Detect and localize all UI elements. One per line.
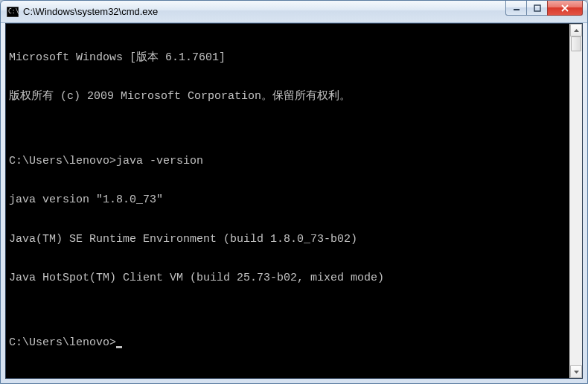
chevron-down-icon bbox=[574, 371, 579, 374]
vertical-scrollbar[interactable] bbox=[569, 24, 582, 378]
window-controls bbox=[506, 1, 586, 22]
svg-rect-3 bbox=[534, 5, 540, 11]
close-button[interactable] bbox=[547, 1, 583, 16]
cursor bbox=[116, 346, 122, 348]
prompt-line: C:\Users\lenovo> bbox=[9, 336, 566, 349]
close-icon bbox=[560, 4, 569, 12]
cmd-icon: C:\ bbox=[7, 7, 19, 17]
console-output[interactable]: Microsoft Windows [版本 6.1.7601] 版权所有 (c)… bbox=[6, 24, 569, 378]
console-line: C:\Users\lenovo>java -version bbox=[9, 155, 566, 167]
scroll-up-button[interactable] bbox=[570, 24, 582, 36]
scroll-thumb[interactable] bbox=[571, 36, 581, 51]
console-line: Java HotSpot(TM) Client VM (build 25.73-… bbox=[9, 272, 566, 284]
maximize-icon bbox=[534, 4, 541, 12]
client-area: Microsoft Windows [版本 6.1.7601] 版权所有 (c)… bbox=[5, 23, 583, 379]
cmd-window: C:\ C:\Windows\system32\cmd.exe bbox=[0, 0, 588, 384]
console-line: java version "1.8.0_73" bbox=[9, 193, 566, 206]
scroll-down-button[interactable] bbox=[570, 365, 582, 378]
console-line: Microsoft Windows [版本 6.1.7601] bbox=[9, 51, 566, 64]
window-title: C:\Windows\system32\cmd.exe bbox=[23, 6, 506, 17]
svg-rect-2 bbox=[514, 9, 520, 10]
titlebar[interactable]: C:\ C:\Windows\system32\cmd.exe bbox=[1, 1, 587, 23]
prompt-text: C:\Users\lenovo> bbox=[9, 336, 116, 349]
console-line: Java(TM) SE Runtime Environment (build 1… bbox=[9, 233, 566, 246]
console-line: 版权所有 (c) 2009 Microsoft Corporation。保留所有… bbox=[9, 90, 566, 103]
minimize-button[interactable] bbox=[505, 1, 527, 16]
minimize-icon bbox=[513, 4, 520, 12]
chevron-up-icon bbox=[574, 29, 579, 32]
maximize-button[interactable] bbox=[526, 1, 548, 16]
svg-text:C:\: C:\ bbox=[8, 8, 19, 15]
scroll-track[interactable] bbox=[570, 36, 582, 365]
